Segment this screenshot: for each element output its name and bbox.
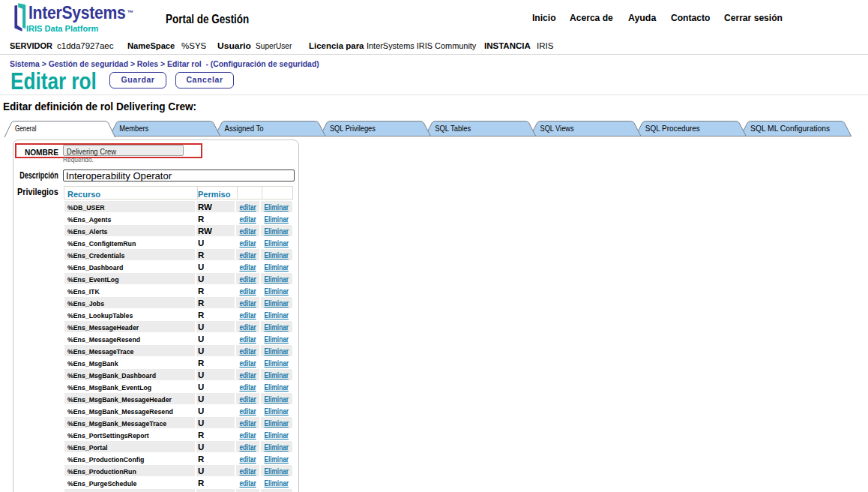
svg-text:SQL Views: SQL Views <box>540 124 574 133</box>
svg-text:SQL Tables: SQL Tables <box>435 124 471 133</box>
svg-text:Members: Members <box>119 124 148 133</box>
svg-text:SQL Procedures: SQL Procedures <box>645 124 700 133</box>
svg-text:SQL Privileges: SQL Privileges <box>330 124 376 133</box>
svg-text:SQL ML Configurations: SQL ML Configurations <box>750 124 830 133</box>
svg-text:Assigned To: Assigned To <box>225 124 264 133</box>
svg-text:General: General <box>15 124 37 133</box>
